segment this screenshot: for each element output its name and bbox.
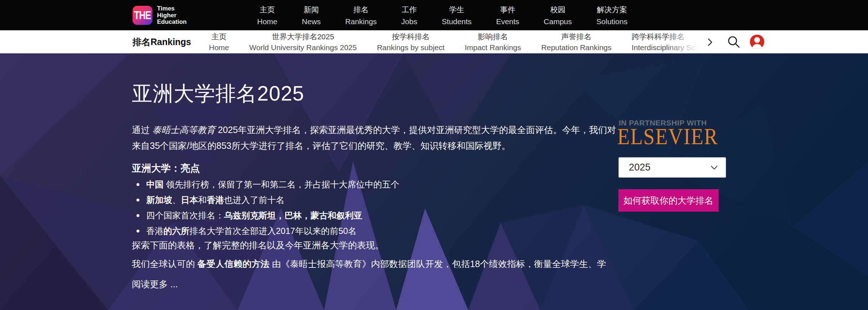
text-segment: 我们全球认可的: [132, 259, 197, 268]
text-segment: 新加坡: [146, 195, 172, 205]
chevron-right-icon[interactable]: [704, 37, 715, 48]
top-nav-item-events-en-label: Events: [496, 17, 519, 26]
highlights-list: 中国 领先排行榜，保留了第一和第二名，并占据十大席位中的五个新加坡、日本和香港也…: [132, 177, 399, 239]
rankings-nav-item-home-en-label: Home: [209, 43, 229, 52]
top-nav-item-jobs-zh-label: 工作: [402, 5, 417, 15]
cta-button[interactable]: 如何获取你的大学排名: [618, 189, 719, 212]
top-nav-item-home-zh-label: 主页: [260, 5, 275, 15]
rankings-nav-item-rankings-by-subject-en-label: Rankings by subject: [377, 43, 444, 52]
year-select-value: 2025: [629, 162, 650, 173]
clipped-text-region: 我们全球认可的 备受人信赖的方法 由《泰晤士报高等教育》内部数据团队开发，包括1…: [132, 258, 619, 268]
wordmark-line: Higher: [157, 12, 187, 19]
text-segment: 、: [172, 195, 181, 205]
text-segment: 泰晤士高等教育: [152, 125, 215, 135]
top-nav-item-home-en-label: Home: [257, 17, 277, 26]
top-nav-item-campus[interactable]: 校园Campus: [544, 5, 572, 26]
rankings-nav-item-world-university-rankings-2025[interactable]: 世界大学排名2025World University Rankings 2025: [249, 32, 357, 52]
top-nav-item-home[interactable]: 主页Home: [257, 5, 277, 26]
highlight-item: 新加坡、日本和香港也进入了前十名: [132, 192, 399, 208]
text-segment: 中国: [146, 180, 164, 189]
top-nav: 主页Home新闻News排名Rankings工作Jobs学生Students事件…: [257, 0, 627, 30]
account-head-shape: [754, 37, 760, 43]
text-segment: 日本: [181, 195, 198, 205]
rankings-nav-item-reputation-rankings[interactable]: 声誉排名Reputation Rankings: [541, 32, 612, 52]
top-nav-item-news-zh-label: 新闻: [304, 5, 319, 15]
rankings-nav-item-impact-rankings[interactable]: 影响排名Impact Rankings: [465, 32, 521, 52]
clipped-paragraph: 我们全球认可的 备受人信赖的方法 由《泰晤士报高等教育》内部数据团队开发，包括1…: [132, 258, 619, 268]
account-shoulders-shape: [752, 44, 762, 49]
page: THE Times Higher Education 主页Home新闻News排…: [0, 0, 868, 310]
top-nav-item-news[interactable]: 新闻News: [302, 5, 321, 26]
text-segment: 由《泰晤士报高等教育》内部数据团队开发，包括18个绩效指标，衡量全球学生、学: [269, 259, 606, 268]
rankings-nav-item-home-zh-label: 主页: [211, 32, 227, 42]
text-segment: 和: [198, 195, 207, 205]
highlight-item: 香港的六所排名大学首次全部进入2017年以来的前50名: [132, 223, 399, 239]
rankings-nav-item-home[interactable]: 主页Home: [209, 32, 229, 52]
rankings-nav-item-rankings-by-subject-zh-label: 按学科排名: [392, 32, 430, 42]
top-nav-item-campus-en-label: Campus: [544, 17, 572, 26]
elsevier-logo[interactable]: ELSEVIER: [617, 123, 718, 150]
rankings-nav-item-rankings-by-subject[interactable]: 按学科排名Rankings by subject: [377, 32, 444, 52]
top-nav-item-solutions-en-label: Solutions: [596, 17, 627, 26]
intro-paragraph: 通过 泰晤士高等教育 2025年亚洲大学排名，探索亚洲最优秀的大学，提供对亚洲研…: [132, 122, 619, 154]
nav-fade-overlay: [666, 30, 708, 53]
the-logo[interactable]: THE Times Higher Education: [133, 5, 187, 26]
top-nav-item-rankings-zh-label: 排名: [353, 5, 368, 15]
text-segment: 也进入了前十名: [224, 195, 285, 205]
text-segment: 通过: [132, 125, 152, 135]
top-nav-item-rankings-en-label: Rankings: [345, 17, 377, 26]
account-icon[interactable]: [750, 35, 764, 49]
text-segment: 乌兹别克斯坦，巴林，蒙古和叙利亚: [224, 211, 362, 220]
text-segment: 备受人信赖的方法: [197, 259, 269, 268]
top-nav-item-events[interactable]: 事件Events: [496, 5, 519, 26]
hero-section: 亚洲大学排名2025 通过 泰晤士高等教育 2025年亚洲大学排名，探索亚洲最优…: [0, 53, 868, 310]
rankings-nav-title: 排名Rankings: [133, 36, 191, 48]
text-segment: 四个国家首次排名：: [146, 211, 224, 220]
rankings-nav-item-impact-rankings-zh-label: 影响排名: [478, 32, 508, 42]
top-bar: THE Times Higher Education 主页Home新闻News排…: [0, 0, 868, 30]
top-nav-item-events-zh-label: 事件: [500, 5, 515, 15]
text-segment: 排名大学首次全部进入2017年以来的前50名: [189, 226, 357, 236]
top-nav-item-solutions[interactable]: 解决方案Solutions: [596, 5, 627, 26]
top-nav-item-news-en-label: News: [302, 17, 321, 26]
wordmark-line: Times: [157, 5, 187, 12]
top-nav-item-solutions-zh-label: 解决方案: [597, 5, 627, 15]
rankings-nav-item-reputation-rankings-en-label: Reputation Rankings: [541, 43, 612, 52]
text-segment: 香港: [207, 195, 224, 205]
text-segment: 领先排行榜，保留了第一和第二名，并占据十大席位中的五个: [164, 180, 399, 189]
the-wordmark: Times Higher Education: [157, 5, 187, 26]
page-title: 亚洲大学排名2025: [132, 80, 304, 108]
read-more-link[interactable]: 阅读更多 ...: [132, 278, 178, 290]
top-nav-item-jobs-en-label: Jobs: [401, 17, 417, 26]
top-nav-item-rankings[interactable]: 排名Rankings: [345, 5, 377, 26]
text-segment: 的六所: [164, 226, 189, 236]
text-segment: 香港: [146, 226, 164, 236]
chevron-down-icon: [711, 165, 718, 170]
explore-paragraph: 探索下面的表格，了解完整的排名以及今年亚洲各大学的表现。: [132, 239, 384, 251]
hero-main-column: 亚洲大学排名2025 通过 泰晤士高等教育 2025年亚洲大学排名，探索亚洲最优…: [132, 53, 619, 310]
highlights-heading: 亚洲大学：亮点: [132, 162, 200, 175]
top-nav-item-jobs[interactable]: 工作Jobs: [401, 5, 417, 26]
search-icon[interactable]: [727, 35, 741, 49]
rankings-nav-item-impact-rankings-en-label: Impact Rankings: [465, 43, 521, 52]
top-nav-item-students-zh-label: 学生: [449, 5, 464, 15]
year-select[interactable]: 2025: [618, 157, 726, 178]
rankings-nav-item-world-university-rankings-2025-zh-label: 世界大学排名2025: [272, 32, 334, 42]
highlight-item: 四个国家首次排名：乌兹别克斯坦，巴林，蒙古和叙利亚: [132, 208, 399, 223]
highlight-item: 中国 领先排行榜，保留了第一和第二名，并占据十大席位中的五个: [132, 177, 399, 192]
top-nav-item-campus-zh-label: 校园: [550, 5, 565, 15]
rankings-nav: 排名Rankings 主页Home世界大学排名2025World Univers…: [0, 30, 868, 53]
rankings-nav-items: 主页Home世界大学排名2025World University Ranking…: [209, 30, 698, 53]
top-nav-item-students[interactable]: 学生Students: [442, 5, 471, 26]
the-logo-icon: THE: [133, 6, 152, 25]
rankings-nav-item-world-university-rankings-2025-en-label: World University Rankings 2025: [249, 43, 357, 52]
top-nav-item-students-en-label: Students: [442, 17, 471, 26]
rankings-nav-item-reputation-rankings-zh-label: 声誉排名: [561, 32, 591, 42]
wordmark-line: Education: [157, 19, 187, 26]
